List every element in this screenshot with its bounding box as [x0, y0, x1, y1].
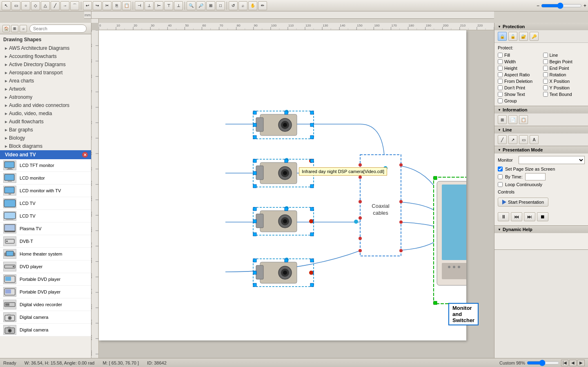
cut-tool[interactable]: ✂: [102, 1, 111, 10]
align-right-tool[interactable]: ⊢: [154, 1, 163, 10]
zoom-status-slider[interactable]: [527, 360, 559, 366]
category-audio-video-media[interactable]: Audio, video, media: [0, 109, 91, 118]
protect-width-checkbox[interactable]: [498, 59, 503, 64]
category-astronomy[interactable]: Astronomy: [0, 93, 91, 101]
paste-tool[interactable]: 📋: [122, 1, 131, 10]
canvas-area[interactable]: 0102030405060708090100110120130140150160…: [91, 23, 494, 367]
triangle-tool[interactable]: △: [41, 1, 50, 10]
arrow-tool[interactable]: →: [60, 1, 69, 10]
presentation-header[interactable]: Presentation Mode: [494, 146, 588, 153]
stop-btn[interactable]: ⏹: [537, 212, 548, 221]
by-time-input[interactable]: [525, 173, 546, 180]
zoom-minus[interactable]: −: [537, 3, 539, 9]
protect-height-checkbox[interactable]: [498, 66, 503, 71]
undo-tool[interactable]: ↩: [83, 1, 92, 10]
rectangle-tool[interactable]: ▭: [11, 1, 20, 10]
category-bar-graphs[interactable]: Bar graphs: [0, 126, 91, 134]
protect-y-position-checkbox[interactable]: [543, 85, 548, 90]
protect-show-text-checkbox[interactable]: [498, 92, 503, 97]
video-tv-close-btn[interactable]: ✕: [82, 152, 88, 158]
align-bottom-tool[interactable]: ⊥: [174, 1, 183, 10]
next-btn[interactable]: ⏭: [524, 212, 535, 221]
category-audio-video-connectors[interactable]: Audio and video connectors: [0, 101, 91, 109]
category-aerospace[interactable]: Aerospace and transport: [0, 69, 91, 77]
shape-item-portable-dvd-2[interactable]: Portable DVD player: [0, 286, 91, 298]
protection-lock2-btn[interactable]: 🔓: [508, 32, 517, 41]
refresh-tool[interactable]: ↺: [229, 1, 238, 10]
protect-fill-checkbox[interactable]: [498, 53, 503, 58]
protect-text-bound-checkbox[interactable]: [543, 92, 548, 97]
zoom-in-tool[interactable]: 🔍: [187, 1, 196, 10]
pencil-tool[interactable]: ✏: [258, 1, 267, 10]
line-dash-btn[interactable]: ▭: [519, 135, 528, 144]
prev-btn[interactable]: ⏮: [511, 212, 522, 221]
zoom-plus[interactable]: +: [584, 3, 586, 9]
shape-item-lcd-monitor[interactable]: LCD monitor: [0, 172, 91, 185]
shape-item-portable-dvd-1[interactable]: Portable DVD player: [0, 273, 91, 286]
align-left-tool[interactable]: ⊣: [135, 1, 144, 10]
protect-line-checkbox[interactable]: [543, 53, 548, 58]
shape-item-lcd-tft[interactable]: LCD TFT monitor: [0, 159, 91, 172]
category-video-tv[interactable]: Video and TV ✕: [0, 150, 91, 159]
first-page-btn[interactable]: |◀: [561, 360, 568, 366]
protect-rotation-checkbox[interactable]: [543, 72, 548, 77]
dynamic-help-header[interactable]: Dynamic Help: [494, 226, 588, 233]
monitor-select[interactable]: [519, 156, 585, 164]
copy-tool[interactable]: ⎘: [112, 1, 121, 10]
curve-tool[interactable]: ⌒: [70, 1, 79, 10]
shape-item-lcd-tv-1[interactable]: LCD TV: [0, 197, 91, 210]
loop-checkbox[interactable]: [498, 182, 503, 187]
start-presentation-button[interactable]: Start Presentation: [498, 198, 548, 207]
protect-begin-point-checkbox[interactable]: [543, 59, 548, 64]
protection-lock3-btn[interactable]: 🔐: [519, 32, 528, 41]
align-top-tool[interactable]: ⊤: [164, 1, 173, 10]
category-artwork[interactable]: Artwork: [0, 85, 91, 93]
zoom-out-tool[interactable]: 🔎: [196, 1, 205, 10]
line-header[interactable]: Line: [494, 126, 588, 133]
fit-tool[interactable]: ⊞: [206, 1, 215, 10]
search-tool[interactable]: ⌕: [238, 1, 247, 10]
ellipse-tool[interactable]: ○: [21, 1, 30, 10]
diagram-svg[interactable]: Coaxial cables: [99, 30, 466, 340]
info-btn-3[interactable]: 📋: [519, 115, 528, 124]
shape-item-plasma-tv[interactable]: Plasma TV: [0, 222, 91, 235]
protection-header[interactable]: Protection: [494, 23, 588, 30]
category-accounting[interactable]: Accounting flowcharts: [0, 52, 91, 60]
pointer-tool[interactable]: ↖: [2, 1, 11, 10]
prev-page-btn[interactable]: ◀: [569, 360, 577, 366]
line-text-btn[interactable]: A: [530, 135, 539, 144]
category-active-directory[interactable]: Active Directory Diagrams: [0, 60, 91, 69]
line-arrow-btn[interactable]: ↗: [508, 135, 517, 144]
pause-btn[interactable]: ⏸: [498, 212, 509, 221]
redo-tool[interactable]: ↪: [93, 1, 102, 10]
category-biology[interactable]: Biology: [0, 134, 91, 142]
panel-grid-btn[interactable]: ⊞: [11, 25, 18, 32]
protect-aspect-ratio-checkbox[interactable]: [498, 72, 503, 77]
align-center-tool[interactable]: ⊥: [145, 1, 154, 10]
protect-end-point-checkbox[interactable]: [543, 66, 548, 71]
zoom-slider[interactable]: [541, 2, 582, 9]
protect-group-checkbox[interactable]: [498, 98, 503, 103]
protection-lock-btn[interactable]: 🔒: [498, 32, 507, 41]
next-page-btn[interactable]: ▶: [577, 360, 585, 366]
shape-item-digital-camera-1[interactable]: Digital camera: [0, 311, 91, 324]
protect-dont-print-checkbox[interactable]: [498, 85, 503, 90]
panel-search-btn[interactable]: ⌕: [20, 25, 27, 32]
shape-item-lcd-monitor-tv[interactable]: LCD monitor with TV: [0, 185, 91, 197]
hand-tool[interactable]: ✋: [248, 1, 257, 10]
category-aws[interactable]: AWS Architecture Diagrams: [0, 44, 91, 52]
canvas-paper[interactable]: Coaxial cables: [99, 30, 466, 340]
shape-item-digital-camera-2[interactable]: Digital camera: [0, 324, 91, 336]
info-btn-1[interactable]: ⊞: [498, 115, 507, 124]
category-block-diagrams[interactable]: Block diagrams: [0, 142, 91, 150]
shape-item-home-theater[interactable]: Home theater system: [0, 248, 91, 260]
shape-item-digital-recorder[interactable]: Digital video recorder: [0, 298, 91, 311]
panel-home-btn[interactable]: 🏠: [2, 25, 10, 32]
line-tool[interactable]: ╱: [51, 1, 60, 10]
category-area-charts[interactable]: Area charts: [0, 77, 91, 85]
category-audit-flowcharts[interactable]: Audit flowcharts: [0, 118, 91, 126]
info-btn-2[interactable]: 📄: [508, 115, 517, 124]
by-time-checkbox[interactable]: [498, 174, 503, 179]
shape-item-lcd-tv-2[interactable]: LCD TV: [0, 210, 91, 222]
protect-from-deletion-checkbox[interactable]: [498, 79, 503, 84]
